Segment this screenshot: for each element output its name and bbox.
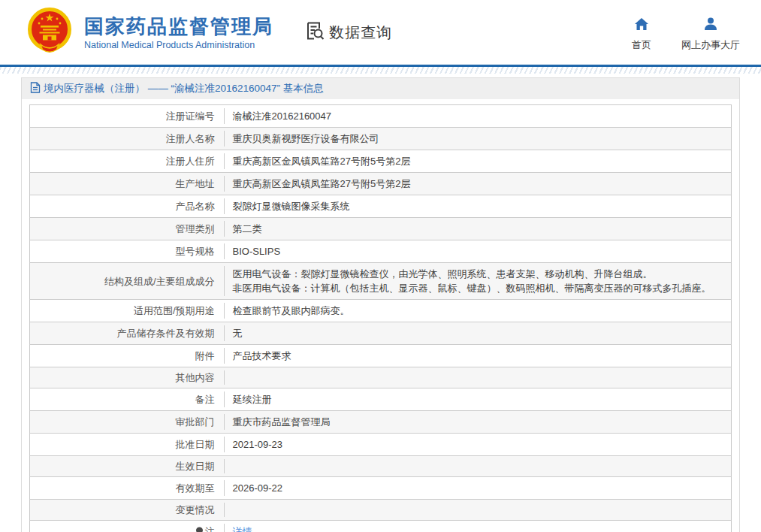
table-row: 注册证编号渝械注准20162160047 <box>30 105 732 128</box>
row-value: 检查眼前节及眼内部病变。 <box>224 300 732 322</box>
table-row: 型号规格BIO-SLIPS <box>30 240 732 263</box>
row-value <box>224 500 732 521</box>
data-query-label: 数据查询 <box>329 23 392 43</box>
table-row: 注册人名称重庆贝奥新视野医疗设备有限公司 <box>30 128 732 150</box>
table-row: 产品名称裂隙灯显微镜图像采集系统 <box>30 195 732 218</box>
table-row: 生产地址重庆高新区金凤镇凤笙路27号附5号第2层 <box>30 173 732 195</box>
row-label: 产品储存条件及有效期 <box>30 322 224 345</box>
row-value: 2021-09-23 <box>224 434 732 456</box>
row-value: 无 <box>224 322 732 345</box>
row-label: 附件 <box>30 345 224 367</box>
data-query-tab[interactable]: 数据查询 <box>305 21 392 44</box>
nav-item-label: 首页 <box>632 38 651 52</box>
row-value <box>224 456 732 477</box>
row-label: 其他内容 <box>30 367 224 388</box>
row-label: 生产地址 <box>30 173 224 195</box>
person-icon <box>703 17 718 38</box>
row-label: 有效期至 <box>30 477 224 500</box>
nav-item-label: 网上办事大厅 <box>681 38 740 52</box>
table-row: 产品储存条件及有效期无 <box>30 322 732 345</box>
org-name-cn: 国家药品监督管理局 <box>84 15 273 38</box>
row-label: 审批部门 <box>30 411 224 434</box>
row-label: 产品名称 <box>30 195 224 218</box>
table-row: 注册人住所重庆高新区金凤镇凤笙路27号附5号第2层 <box>30 150 732 173</box>
info-table-body: 注册证编号渝械注准20162160047注册人名称重庆贝奥新视野医疗设备有限公司… <box>30 105 732 532</box>
info-table-wrap: 注册证编号渝械注准20162160047注册人名称重庆贝奥新视野医疗设备有限公司… <box>29 104 732 532</box>
row-value: 产品技术要求 <box>224 345 732 367</box>
header-stripe-band <box>0 67 761 74</box>
row-value: 医用电气设备：裂隙灯显微镜检查仪，由光学体、照明系统、患者支架、移动机构、升降台… <box>224 263 732 300</box>
row-label: 生效日期 <box>30 456 224 477</box>
table-row: 结构及组成/主要组成成分医用电气设备：裂隙灯显微镜检查仪，由光学体、照明系统、患… <box>30 263 732 300</box>
row-label: 备注 <box>30 388 224 411</box>
row-label: 变更情况 <box>30 500 224 521</box>
row-label: 结构及组成/主要组成成分 <box>30 263 224 300</box>
home-icon <box>634 17 649 38</box>
row-value: 延续注册 <box>224 388 732 411</box>
row-value: 重庆高新区金凤镇凤笙路27号附5号第2层 <box>224 173 732 195</box>
row-label: 型号规格 <box>30 240 224 263</box>
row-value: 详情 <box>224 521 732 532</box>
header-nav: 首页 网上办事大厅 <box>632 17 740 52</box>
org-name-en: National Medical Products Administration <box>84 40 273 50</box>
row-value: 重庆高新区金凤镇凤笙路27号附5号第2层 <box>224 150 732 173</box>
nav-item-home[interactable]: 首页 <box>632 17 651 52</box>
bulb-icon <box>195 527 204 532</box>
row-label: 注册人住所 <box>30 150 224 173</box>
row-value <box>224 367 732 388</box>
content-panel: 境内医疗器械（注册） —— “渝械注准20162160047” 基本信息 注册证… <box>21 77 740 532</box>
table-row: 其他内容 <box>30 367 732 388</box>
table-row: 变更情况 <box>30 500 732 521</box>
table-row: 审批部门重庆市药品监督管理局 <box>30 411 732 434</box>
info-table: 注册证编号渝械注准20162160047注册人名称重庆贝奥新视野医疗设备有限公司… <box>29 104 732 532</box>
document-search-icon <box>305 21 329 44</box>
nav-item-service-hall[interactable]: 网上办事大厅 <box>681 17 740 52</box>
detail-link[interactable]: 详情 <box>233 526 252 532</box>
table-row: 附件产品技术要求 <box>30 345 732 367</box>
table-row: 管理类别第二类 <box>30 218 732 240</box>
row-label: 批准日期 <box>30 434 224 456</box>
row-value: 裂隙灯显微镜图像采集系统 <box>224 195 732 218</box>
table-row: 注详情 <box>30 521 732 532</box>
table-row: 批准日期2021-09-23 <box>30 434 732 456</box>
row-value: 重庆市药品监督管理局 <box>224 411 732 434</box>
row-value: 2026-09-22 <box>224 477 732 500</box>
page-title: 境内医疗器械（注册） —— “渝械注准20162160047” 基本信息 <box>44 82 324 95</box>
row-label: 管理类别 <box>30 218 224 240</box>
row-value: 渝械注准20162160047 <box>224 105 732 128</box>
row-value: 第二类 <box>224 218 732 240</box>
table-row: 适用范围/预期用途检查眼前节及眼内部病变。 <box>30 300 732 322</box>
nmpa-logo[interactable]: 国家药品监督管理局 National Medical Products Admi… <box>25 6 273 59</box>
row-label: 注册人名称 <box>30 128 224 150</box>
content-title-bar: 境内医疗器械（注册） —— “渝械注准20162160047” 基本信息 <box>22 78 739 99</box>
table-row: 生效日期 <box>30 456 732 477</box>
row-label: 适用范围/预期用途 <box>30 300 224 322</box>
row-value: 重庆贝奥新视野医疗设备有限公司 <box>224 128 732 150</box>
table-row: 备注延续注册 <box>30 388 732 411</box>
row-label: 注 <box>30 521 224 532</box>
site-header: 国家药品监督管理局 National Medical Products Admi… <box>0 0 761 65</box>
document-icon <box>30 82 44 96</box>
row-value: BIO-SLIPS <box>224 240 732 263</box>
national-emblem-icon <box>25 6 74 59</box>
table-row: 有效期至2026-09-22 <box>30 477 732 500</box>
row-label: 注册证编号 <box>30 105 224 128</box>
